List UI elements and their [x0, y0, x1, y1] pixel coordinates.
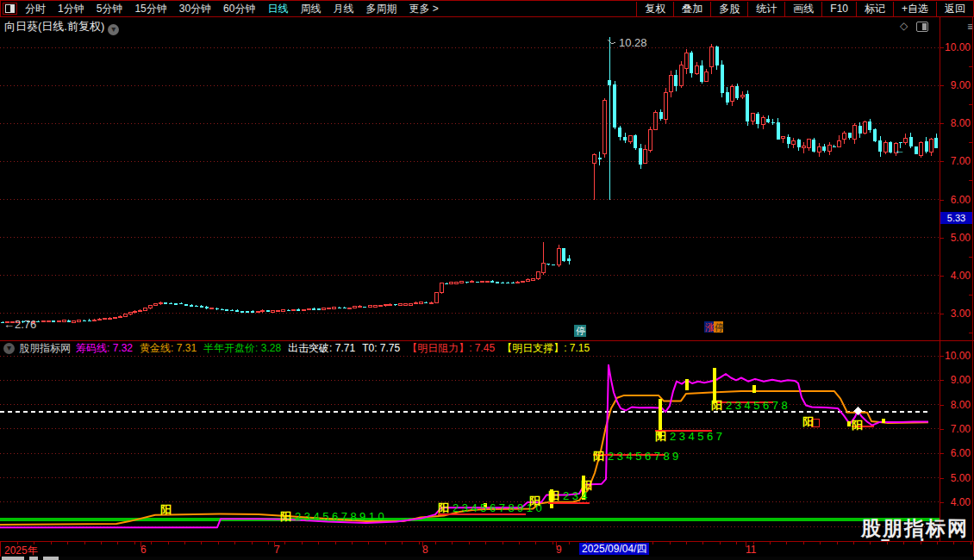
layout-toggle-icon[interactable] [3, 3, 17, 15]
candle-body [848, 133, 852, 138]
menu-item-right-6[interactable]: 标记 [856, 2, 893, 16]
ind-axis-label-5: 5.00 [943, 472, 971, 484]
candle-body [149, 306, 153, 308]
menu-item-right-2[interactable]: 多股 [710, 2, 747, 16]
candle-body [312, 308, 315, 309]
candle-body [358, 306, 361, 307]
timeline-tick [34, 542, 34, 544]
stock-title[interactable]: 向日葵(日线.前复权)▾ [4, 19, 119, 35]
yang-label: 阳 [852, 419, 863, 432]
candle-body [93, 320, 97, 320]
candle-body [909, 137, 913, 146]
menu-item-1[interactable]: 1分钟 [52, 2, 91, 16]
menu-item-right-0[interactable]: 复权 [636, 2, 673, 16]
menu-item-right-5[interactable]: F10 [821, 2, 856, 16]
indicator-stat-5: 【明日阻力】: 7.45 [407, 341, 495, 355]
timeline-tick [168, 542, 169, 544]
menu-item-right-4[interactable]: 画线 [784, 2, 821, 16]
candle-body [792, 140, 796, 145]
timeline-tick [151, 542, 152, 544]
indicator-stat-6: 【明日支撑】: 7.15 [502, 341, 590, 355]
timeline-tick [51, 542, 52, 544]
candle-body [353, 307, 356, 308]
cutoff-status-strip [0, 557, 974, 560]
candle-body [440, 283, 443, 293]
menu-item-4[interactable]: 30分钟 [173, 2, 217, 16]
main-axis-label-6: 4.00 [943, 270, 971, 282]
candle-body [746, 94, 749, 121]
candle-body [490, 281, 494, 282]
collapse-icon[interactable]: ▾ [3, 343, 15, 354]
candle-body [731, 86, 734, 102]
candle-body [394, 304, 397, 305]
candle-body [429, 302, 433, 303]
candle-body [817, 147, 821, 152]
menu-item-8[interactable]: 月线 [327, 2, 359, 16]
split-pane-icon[interactable] [916, 22, 928, 32]
candle-body [710, 47, 714, 66]
candle-body [715, 47, 719, 65]
timeline-tick [352, 542, 353, 544]
main-axis-label-5: 5.00 [943, 232, 971, 244]
timeline-tick [184, 542, 185, 544]
candle-body [164, 302, 167, 303]
menu-item-right-3[interactable]: 统计 [747, 2, 784, 16]
signal-bar-yellow [847, 421, 851, 426]
candle-body [649, 129, 652, 150]
candle-body [735, 86, 739, 98]
candle-body [184, 304, 188, 305]
menu-item-2[interactable]: 5分钟 [91, 2, 129, 16]
candle-body [108, 318, 111, 319]
candle-body [516, 282, 520, 283]
timeline-date-badge: 2025/09/04/四 [579, 543, 649, 555]
candle-body [251, 311, 254, 312]
candle-body [618, 128, 621, 136]
candle-body [904, 138, 908, 142]
candle-body [889, 142, 892, 152]
timeline-tick [937, 542, 938, 544]
axis-minor-tick [969, 142, 972, 143]
title-bar: 向日葵(日线.前复权)▾ ◇ ≣ [0, 16, 974, 34]
candle-body [777, 122, 780, 139]
menu-item-6[interactable]: 日线 [261, 2, 294, 16]
menu-item-right-1[interactable]: 叠加 [673, 2, 710, 16]
indicator-source: 股朋指标网 [19, 341, 71, 355]
timeline-tick [702, 542, 703, 544]
indicator-stat-4: T0: 7.75 [362, 342, 400, 354]
axis-tick [940, 478, 944, 479]
candle-body [36, 321, 40, 322]
candle-body [476, 282, 479, 283]
menu-item-5[interactable]: 60分钟 [217, 2, 261, 16]
candle-body [190, 305, 193, 306]
axis-tick [940, 405, 944, 406]
timeline-tick [569, 542, 570, 544]
low-annotation: ←2.76 [3, 318, 36, 331]
menu-item-9[interactable]: 多周期 [359, 2, 403, 16]
timeline-month-tick [746, 542, 746, 547]
menu-item-10[interactable]: 更多 > [403, 2, 444, 16]
menu-item-right-8[interactable]: 返回 [936, 2, 973, 16]
timeline-tick [101, 542, 102, 544]
candle-body [291, 309, 295, 310]
candle-body [567, 258, 571, 261]
axis-minor-tick [969, 66, 972, 67]
timeline-tick [837, 542, 838, 544]
timeline-tick [971, 542, 971, 544]
candle-body [240, 311, 244, 312]
candle-body [415, 302, 418, 303]
yang-label: 阳 [280, 510, 291, 523]
candle-body [557, 248, 560, 264]
timeline-tick [803, 542, 804, 544]
menu-item-0[interactable]: 分时 [19, 2, 52, 16]
axis-tick [940, 429, 944, 430]
menu-item-3[interactable]: 15分钟 [128, 2, 172, 16]
axis-tick [940, 200, 944, 201]
candle-body [72, 321, 76, 322]
menu-item-7[interactable]: 周线 [294, 2, 327, 16]
diamond-icon[interactable]: ◇ [900, 20, 908, 32]
axis-tick [940, 502, 944, 503]
menu-item-right-7[interactable]: +自选 [893, 2, 936, 16]
candle-body [802, 146, 805, 148]
timeline-tick [652, 542, 653, 544]
timeline-bar[interactable]: 2025年 6789112025/09/04/四 [0, 541, 974, 557]
